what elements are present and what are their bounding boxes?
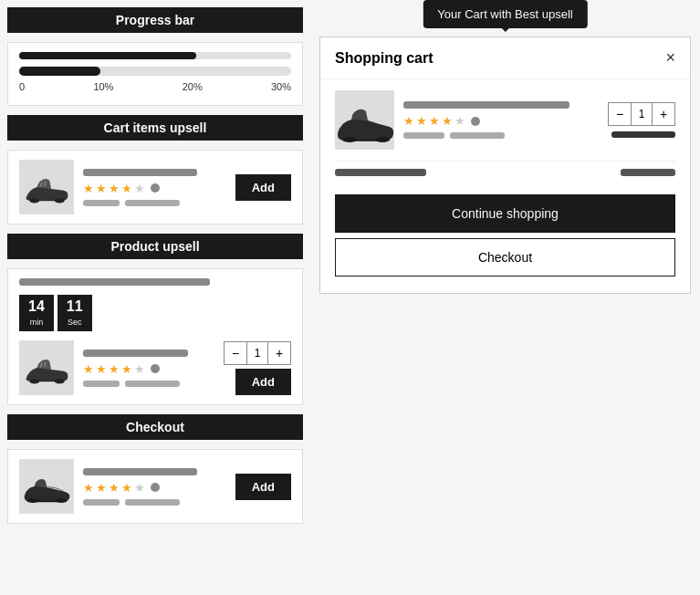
cart-quantity-controls: − 1 + — [608, 102, 675, 126]
price-bar-2 — [125, 200, 180, 206]
timer-min-value: 14 — [28, 298, 45, 315]
checkout-button[interactable]: Checkout — [335, 238, 675, 277]
cart-item-image — [335, 90, 394, 150]
star-dot — [151, 183, 160, 193]
cart-upsell-product-row: ★ ★ ★ ★ ★ Add — [19, 160, 291, 214]
cart-total-amount-bar — [621, 169, 675, 176]
quantity-value: 1 — [246, 342, 268, 364]
cart-item-row: ★ ★ ★ ★ ★ − 1 + — [335, 90, 675, 150]
cart-close-button[interactable]: × — [665, 48, 675, 68]
cart-items-upsell-section: Cart items upsell — [7, 115, 303, 224]
progress-label-20: 20% — [183, 81, 203, 92]
checkout-product-image — [19, 459, 74, 514]
timer-seconds: 11 Sec — [57, 295, 92, 331]
cart-items-upsell-header: Cart items upsell — [7, 115, 303, 141]
star-2: ★ — [96, 182, 107, 195]
cart-item-stars: ★ ★ ★ ★ ★ — [403, 114, 599, 128]
star-1: ★ — [83, 182, 94, 195]
star-5: ★ — [134, 182, 145, 195]
product-upsell-stars: ★ ★ ★ ★ ★ — [83, 362, 214, 376]
right-panel: Your Cart with Best upsell Shopping cart… — [310, 0, 700, 595]
checkout-header: Checkout — [7, 414, 303, 440]
cart-upsell-stars: ★ ★ ★ ★ ★ — [83, 182, 226, 195]
cart-body: ★ ★ ★ ★ ★ − 1 + — [320, 79, 690, 293]
cart-tooltip: Your Cart with Best upsell — [423, 0, 587, 28]
progress-label-30: 30% — [271, 81, 291, 92]
progress-bar-outer — [19, 67, 291, 76]
quantity-decrease-button[interactable]: − — [225, 342, 246, 364]
cart-item-info: ★ ★ ★ ★ ★ — [403, 101, 599, 139]
cart-qty-decrease-button[interactable]: − — [609, 103, 631, 125]
svg-point-1 — [54, 197, 64, 203]
cart-items-upsell-content: ★ ★ ★ ★ ★ Add — [7, 150, 303, 224]
star-4: ★ — [121, 182, 132, 195]
cart-upsell-product-image — [19, 160, 74, 214]
cart-total-label-bar — [335, 169, 426, 176]
product-upsell-info: ★ ★ ★ ★ ★ — [83, 350, 214, 387]
checkout-section: Checkout ★ — [7, 414, 303, 524]
product-upsell-header: Product upsell — [7, 234, 303, 259]
cart-upsell-price-row — [83, 200, 226, 206]
product-upsell-section: Product upsell 14 min 11 Sec — [7, 234, 303, 405]
svg-point-0 — [29, 197, 39, 203]
product-upsell-right-controls: − 1 + Add — [224, 341, 291, 395]
checkout-stars: ★ ★ ★ ★ ★ — [83, 481, 226, 495]
checkout-product-row: ★ ★ ★ ★ ★ Add — [19, 459, 291, 514]
svg-point-2 — [29, 378, 39, 383]
price-bar-1 — [83, 200, 120, 206]
progress-bar-content: 0 10% 20% 30% — [7, 42, 303, 106]
product-upsell-add-button[interactable]: Add — [235, 369, 291, 395]
cart-qty-increase-button[interactable]: + — [653, 103, 674, 125]
quantity-controls: − 1 + — [224, 341, 291, 365]
timer-sec-value: 11 — [67, 298, 83, 315]
product-upsell-image — [19, 340, 74, 395]
timer-minutes: 14 min — [19, 295, 54, 331]
cart-item-controls: − 1 + — [608, 102, 675, 138]
product-upsell-price-row — [83, 381, 214, 387]
svg-point-3 — [54, 378, 64, 383]
continue-shopping-button[interactable]: Continue shopping — [335, 194, 675, 233]
cart-buttons: Continue shopping Checkout — [335, 194, 675, 282]
cart-item-title-bar — [403, 101, 569, 109]
progress-label-0: 0 — [19, 81, 25, 92]
cart-upsell-product-info: ★ ★ ★ ★ ★ — [83, 169, 226, 206]
progress-track-top — [19, 52, 291, 59]
progress-labels: 0 10% 20% 30% — [19, 81, 291, 92]
checkout-add-button[interactable]: Add — [235, 474, 291, 500]
cart-modal: Shopping cart × ★ — [319, 37, 691, 294]
svg-point-5 — [55, 498, 67, 503]
cart-upsell-add-button[interactable]: Add — [235, 174, 291, 201]
product-upsell-content: 14 min 11 Sec — [7, 268, 303, 405]
cart-item-total-bar — [611, 131, 675, 138]
progress-fill-top — [19, 52, 196, 59]
cart-header: Shopping cart × — [320, 37, 690, 79]
svg-point-4 — [26, 498, 38, 503]
progress-bar-header: Progress bar — [7, 7, 303, 33]
checkout-content: ★ ★ ★ ★ ★ Add — [7, 449, 303, 524]
timer-sec-label: Sec — [68, 318, 82, 327]
timer-min-label: min — [30, 318, 44, 327]
svg-point-7 — [375, 137, 390, 142]
cart-qty-value: 1 — [631, 103, 653, 125]
checkout-price-row — [83, 499, 226, 506]
cart-total-row — [335, 161, 675, 183]
checkout-product-info: ★ ★ ★ ★ ★ — [83, 468, 226, 506]
progress-label-10: 10% — [93, 81, 113, 92]
left-panel: Progress bar 0 10% 20% 30% Cart items up… — [0, 0, 310, 595]
progress-bar-inner — [19, 67, 100, 76]
timer-row: 14 min 11 Sec — [19, 295, 291, 331]
product-upsell-row: ★ ★ ★ ★ ★ − 1 + — [19, 340, 291, 395]
product-upsell-title-bar-item — [83, 350, 188, 357]
progress-bar-section: Progress bar 0 10% 20% 30% — [7, 7, 303, 106]
svg-point-6 — [342, 137, 357, 142]
product-upsell-title-bar — [19, 278, 210, 286]
cart-title: Shopping cart — [335, 50, 434, 67]
star-3: ★ — [109, 182, 120, 195]
checkout-title-bar — [83, 468, 197, 475]
cart-item-price-row — [403, 132, 599, 139]
quantity-increase-button[interactable]: + — [268, 342, 290, 364]
cart-upsell-title-bar — [83, 169, 197, 176]
